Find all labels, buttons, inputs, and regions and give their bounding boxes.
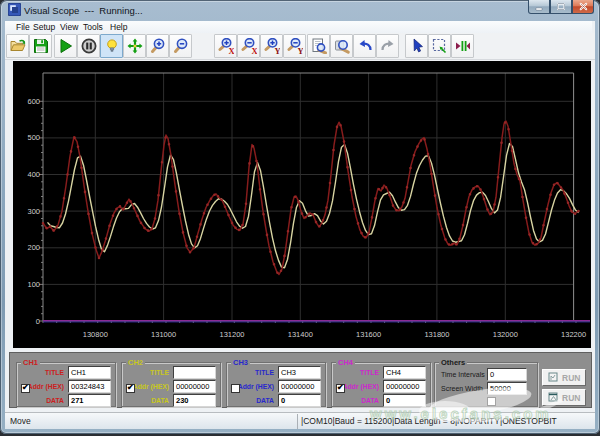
svg-text:X: X xyxy=(252,46,258,55)
svg-text:132200: 132200 xyxy=(561,330,586,339)
svg-text:X: X xyxy=(229,46,235,55)
svg-text:600: 600 xyxy=(27,97,40,106)
svg-text:100: 100 xyxy=(27,280,40,289)
svg-text:400: 400 xyxy=(27,170,40,179)
svg-text:500: 500 xyxy=(27,133,40,142)
svg-text:131000: 131000 xyxy=(151,330,176,339)
svg-text:200: 200 xyxy=(27,243,40,252)
svg-text:131600: 131600 xyxy=(356,330,381,339)
svg-text:132000: 132000 xyxy=(493,330,518,339)
svg-text:Y: Y xyxy=(298,46,304,55)
svg-text:131800: 131800 xyxy=(424,330,449,339)
svg-text:300: 300 xyxy=(27,207,40,216)
svg-text:131200: 131200 xyxy=(219,330,244,339)
svg-text:130800: 130800 xyxy=(83,330,108,339)
svg-text:Y: Y xyxy=(275,46,281,55)
svg-text:131400: 131400 xyxy=(288,330,313,339)
svg-text:0: 0 xyxy=(36,317,40,326)
